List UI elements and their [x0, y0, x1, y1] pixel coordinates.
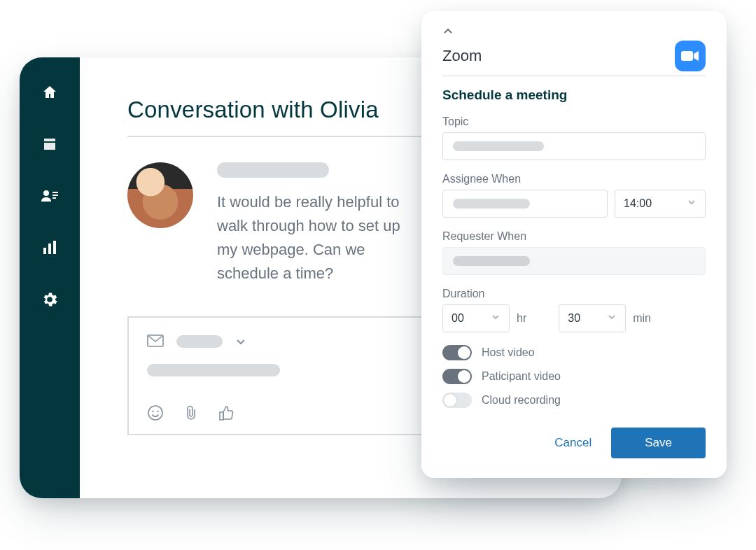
- host-video-label: Host video: [482, 346, 535, 359]
- duration-min-value: 30: [568, 312, 580, 325]
- mail-icon[interactable]: [147, 334, 164, 348]
- assignee-time-select[interactable]: 14:00: [615, 190, 706, 218]
- duration-label: Duration: [442, 288, 706, 300]
- avatar[interactable]: [127, 162, 193, 228]
- requester-when-label: Requester When: [442, 230, 706, 243]
- duration-hr-select[interactable]: 00: [442, 304, 510, 332]
- sender-name-placeholder: [217, 162, 329, 178]
- duration-hr-value: 00: [451, 312, 464, 325]
- chevron-down-icon[interactable]: [235, 336, 246, 347]
- cloud-recording-label: Cloud recording: [482, 394, 561, 407]
- participant-video-label: Paticipant video: [482, 370, 561, 383]
- participant-video-toggle[interactable]: [442, 369, 472, 384]
- chevron-down-icon: [607, 312, 617, 325]
- svg-rect-6: [53, 241, 56, 254]
- svg-point-0: [43, 190, 49, 196]
- svg-point-9: [152, 411, 153, 412]
- panel-subtitle: Schedule a meeting: [442, 87, 706, 103]
- svg-point-10: [157, 411, 158, 412]
- nav-settings-icon[interactable]: [40, 290, 59, 309]
- save-button[interactable]: Save: [611, 428, 706, 458]
- thumbs-up-icon[interactable]: [218, 404, 235, 421]
- panel-divider: [442, 76, 706, 76]
- svg-point-8: [148, 406, 162, 420]
- cancel-button[interactable]: Cancel: [554, 436, 592, 450]
- nav-reports-icon[interactable]: [40, 238, 59, 258]
- nav-users-icon[interactable]: [40, 186, 59, 206]
- svg-rect-2: [52, 195, 58, 196]
- composer[interactable]: [127, 316, 428, 435]
- sidebar: [20, 57, 80, 498]
- svg-rect-3: [52, 197, 56, 199]
- nav-home-icon[interactable]: [40, 83, 59, 102]
- svg-rect-4: [43, 248, 46, 254]
- host-video-toggle[interactable]: [442, 345, 472, 360]
- emoji-icon[interactable]: [147, 404, 164, 421]
- nav-inbox-icon[interactable]: [40, 134, 59, 154]
- collapse-icon[interactable]: [442, 27, 706, 39]
- assignee-time-value: 14:00: [624, 197, 652, 210]
- chevron-down-icon: [491, 312, 500, 325]
- min-unit: min: [633, 312, 651, 325]
- body-placeholder: [147, 364, 280, 376]
- topic-input[interactable]: [442, 132, 706, 160]
- assignee-date-input[interactable]: [442, 190, 608, 218]
- cloud-recording-toggle[interactable]: [442, 393, 472, 408]
- to-placeholder: [176, 335, 223, 348]
- zoom-icon: [675, 41, 706, 71]
- hr-unit: hr: [517, 312, 526, 325]
- requester-when-input: [442, 247, 706, 275]
- duration-min-select[interactable]: 30: [559, 304, 626, 332]
- svg-rect-5: [48, 244, 51, 254]
- message-text: It would be really helpful to walk throu…: [217, 190, 420, 285]
- panel-title: Zoom: [442, 47, 482, 65]
- assignee-when-label: Assignee When: [442, 173, 706, 185]
- svg-rect-11: [681, 51, 693, 61]
- svg-rect-1: [52, 192, 58, 193]
- zoom-panel: Zoom Schedule a meeting Topic Assignee W…: [421, 11, 727, 478]
- attachment-icon[interactable]: [183, 404, 199, 421]
- topic-label: Topic: [442, 115, 706, 128]
- chevron-down-icon: [687, 197, 696, 210]
